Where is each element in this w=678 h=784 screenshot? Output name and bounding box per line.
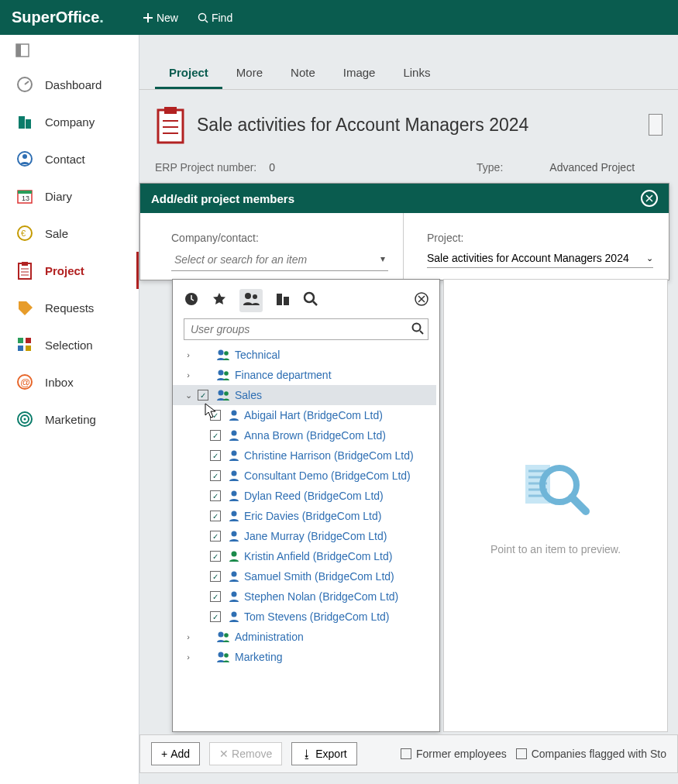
member-row[interactable]: ✓Tom Stevens (BridgeCom Ltd) [173, 607, 436, 627]
star-icon[interactable] [212, 291, 227, 310]
checkbox[interactable]: ✓ [210, 410, 221, 421]
clear-icon[interactable] [415, 292, 428, 309]
group-label: Technical [235, 349, 280, 361]
erp-label: ERP Project number: [155, 161, 256, 174]
checkbox[interactable]: ✓ [210, 511, 221, 521]
preview-panel: Point to an item to preview. [443, 279, 668, 732]
person-icon [15, 150, 34, 168]
former-employees-check[interactable]: Former employees [401, 748, 507, 760]
member-row[interactable]: ✓Consultant Demo (BridgeCom Ltd) [173, 466, 436, 486]
svg-rect-9 [18, 191, 32, 194]
company-input[interactable] [171, 249, 388, 271]
building-icon[interactable] [275, 291, 291, 310]
expand-icon[interactable]: › [182, 632, 194, 641]
checkbox[interactable]: ✓ [210, 551, 221, 562]
close-button[interactable] [641, 190, 658, 207]
company-search[interactable]: ▾ [171, 249, 388, 271]
member-row[interactable]: ✓Dylan Reed (BridgeCom Ltd) [173, 486, 436, 506]
member-row[interactable]: ✓Abigail Hart (BridgeCom Ltd) [173, 405, 436, 425]
checkbox[interactable]: ✓ [210, 450, 221, 461]
flagged-companies-check[interactable]: Companies flagged with Sto [516, 748, 666, 760]
export-button[interactable]: ⭳Export [291, 742, 356, 765]
search-icon[interactable] [303, 291, 318, 310]
member-row[interactable]: ✓Samuel Smith (BridgeCom Ltd) [173, 566, 436, 586]
tab-more[interactable]: More [222, 58, 277, 89]
svg-text:€: € [21, 229, 26, 238]
new-button[interactable]: New [143, 12, 178, 24]
tab-project[interactable]: Project [155, 58, 222, 89]
nav-label: Project [45, 264, 84, 277]
nav-dashboard[interactable]: Dashboard [0, 66, 139, 103]
member-row[interactable]: ✓Eric Davies (BridgeCom Ltd) [173, 506, 436, 526]
tab-note[interactable]: Note [277, 58, 329, 89]
group-row[interactable]: ›Administration [173, 627, 436, 647]
svg-rect-5 [26, 119, 31, 129]
nav-label: Sale [45, 227, 68, 240]
nav-marketing[interactable]: Marketing [0, 401, 139, 438]
svg-point-45 [232, 511, 237, 517]
checkbox[interactable]: ✓ [210, 531, 221, 542]
group-search-input[interactable] [184, 318, 428, 340]
checkbox-icon [401, 748, 411, 759]
svg-rect-15 [18, 338, 23, 343]
person-icon [229, 590, 239, 603]
tab-image[interactable]: Image [329, 58, 390, 89]
nav-requests[interactable]: Requests [0, 289, 139, 326]
nav-collapse[interactable] [0, 35, 139, 66]
member-label: Samuel Smith (BridgeCom Ltd) [244, 570, 394, 583]
person-icon [229, 510, 239, 522]
member-row[interactable]: ✓Christine Harrison (BridgeCom Ltd) [173, 445, 436, 466]
group-row[interactable]: ›Marketing [173, 647, 436, 667]
member-row[interactable]: ✓Anna Brown (BridgeCom Ltd) [173, 425, 436, 445]
nav-contact[interactable]: Contact [0, 140, 139, 177]
calendar-icon: 13 [15, 187, 34, 205]
checkbox[interactable]: ✓ [198, 390, 208, 401]
close-icon [645, 194, 653, 202]
find-button[interactable]: Find [198, 12, 232, 24]
nav-project[interactable]: Project [0, 252, 139, 289]
nav-company[interactable]: Company [0, 103, 139, 140]
expand-icon[interactable]: › [182, 370, 194, 380]
expand-icon[interactable]: › [182, 350, 194, 359]
member-label: Anna Brown (BridgeCom Ltd) [244, 429, 386, 442]
group-label: Administration [235, 631, 304, 643]
add-members-modal: Add/edit project members Company/contact… [139, 183, 669, 280]
nav-sale[interactable]: € Sale [0, 215, 139, 252]
people-icon[interactable] [239, 289, 263, 312]
svg-rect-4 [19, 116, 25, 129]
nav-diary[interactable]: 13 Diary [0, 177, 139, 215]
history-icon[interactable] [184, 291, 199, 310]
member-row[interactable]: ✓Stephen Nolan (BridgeCom Ltd) [173, 586, 436, 607]
svg-rect-14 [22, 262, 28, 266]
checkbox[interactable]: ✓ [210, 611, 221, 622]
checkbox[interactable]: ✓ [210, 591, 221, 602]
svg-point-33 [413, 324, 421, 332]
checkbox[interactable]: ✓ [210, 571, 221, 582]
svg-rect-18 [26, 346, 31, 351]
remove-button[interactable]: ✕Remove [209, 742, 282, 765]
group-row[interactable]: ›Finance department [173, 365, 436, 385]
nav-selection[interactable]: Selection [0, 326, 139, 363]
group-search[interactable] [184, 318, 428, 340]
svg-point-48 [232, 572, 237, 577]
person-icon [229, 469, 239, 482]
search-icon[interactable] [411, 322, 424, 338]
checkbox[interactable]: ✓ [210, 490, 221, 501]
tab-links[interactable]: Links [389, 58, 444, 89]
edit-button[interactable] [649, 114, 663, 136]
person-icon [229, 409, 239, 421]
expand-icon[interactable]: ⌄ [182, 390, 194, 401]
checkbox[interactable]: ✓ [210, 470, 221, 481]
checkbox[interactable]: ✓ [210, 430, 221, 441]
member-row[interactable]: ✓Kristin Anfield (BridgeCom Ltd) [173, 546, 436, 566]
plus-icon: + [161, 748, 167, 760]
group-row[interactable]: ›Technical [173, 345, 436, 365]
group-tree[interactable]: ›Technical›Finance department⌄✓Sales✓Abi… [173, 345, 436, 731]
nav-inbox[interactable]: @ Inbox [0, 363, 139, 401]
add-button[interactable]: +Add [151, 742, 200, 765]
expand-icon[interactable]: › [182, 652, 194, 662]
group-row[interactable]: ⌄✓Sales [173, 385, 436, 405]
member-row[interactable]: ✓Jane Murray (BridgeCom Ltd) [173, 526, 436, 546]
project-select[interactable]: Sale activities for Account Managers 202… [427, 249, 653, 268]
chevron-down-icon[interactable]: ▾ [380, 253, 385, 264]
